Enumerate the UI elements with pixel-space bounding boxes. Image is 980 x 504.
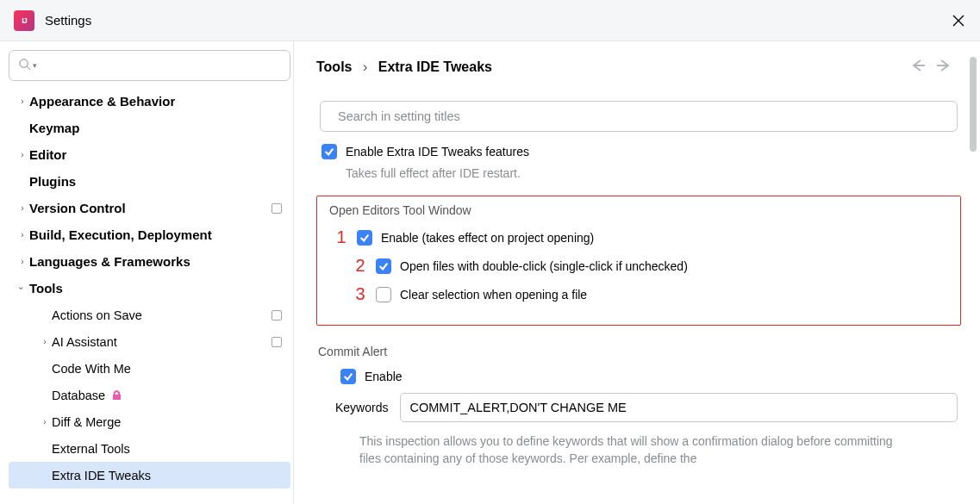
open-editors-enable-label: Enable (takes effect on project opening) — [381, 231, 594, 245]
sidebar-item-external-tools[interactable]: External Tools — [9, 435, 290, 462]
sidebar-item-database[interactable]: Database🔒︎ — [9, 382, 290, 408]
annotation-1: 1 — [329, 227, 353, 247]
keywords-label: Keywords — [335, 401, 388, 414]
sidebar-item-actions-on-save[interactable]: Actions on Save — [9, 302, 290, 328]
window-title: Settings — [45, 13, 91, 28]
project-scope-icon — [272, 203, 282, 214]
sidebar-item-code-with-me[interactable]: Code With Me — [9, 355, 290, 382]
open-editors-clear-selection-label: Clear selection when opening a file — [400, 288, 587, 302]
lock-icon: 🔒︎ — [110, 389, 123, 402]
open-editors-title: Open Editors Tool Window — [329, 203, 948, 217]
sidebar-item-appearance[interactable]: ›Appearance & Behavior — [9, 88, 290, 115]
open-editors-doubleclick-label: Open files with double-click (single-cli… — [400, 259, 688, 273]
breadcrumb-a[interactable]: Tools — [316, 59, 352, 74]
content-search-input[interactable] — [338, 109, 946, 123]
app-icon — [14, 10, 34, 31]
sidebar-search[interactable]: ▾ — [9, 50, 290, 81]
sidebar-item-build[interactable]: ›Build, Execution, Deployment — [9, 221, 290, 248]
sidebar: ▾ ›Appearance & Behavior Keymap ›Editor … — [0, 41, 297, 504]
settings-content: Tools › Extra IDE Tweaks Enable Extra ID… — [297, 41, 980, 504]
breadcrumb: Tools › Extra IDE Tweaks — [316, 59, 492, 75]
enable-features-label: Enable Extra IDE Tweaks features — [346, 145, 529, 159]
open-editors-doubleclick-checkbox[interactable] — [376, 258, 391, 274]
open-editors-panel: Open Editors Tool Window 1 Enable (takes… — [316, 196, 961, 326]
open-editors-enable-checkbox[interactable] — [357, 230, 372, 246]
sidebar-item-editor[interactable]: ›Editor — [9, 141, 290, 168]
project-scope-icon — [272, 310, 282, 320]
keywords-input[interactable] — [400, 393, 958, 422]
search-icon — [18, 58, 31, 73]
breadcrumb-b: Extra IDE Tweaks — [378, 59, 492, 74]
enable-features-checkbox[interactable] — [321, 144, 337, 159]
sidebar-item-plugins[interactable]: Plugins — [9, 168, 290, 195]
sidebar-item-languages[interactable]: ›Languages & Frameworks — [9, 248, 290, 275]
settings-tree: ›Appearance & Behavior Keymap ›Editor Pl… — [9, 88, 290, 488]
sidebar-search-input[interactable] — [42, 59, 281, 72]
svg-point-0 — [20, 59, 28, 67]
enable-features-hint: Takes full effect after IDE restart. — [346, 166, 961, 180]
commit-alert-enable-label: Enable — [365, 370, 403, 383]
close-button[interactable] — [951, 13, 966, 28]
annotation-3: 3 — [348, 284, 372, 304]
content-search[interactable] — [320, 101, 958, 132]
sidebar-item-extra-ide-tweaks[interactable]: Extra IDE Tweaks — [9, 462, 290, 488]
nav-forward-icon[interactable] — [935, 57, 952, 77]
project-scope-icon — [272, 337, 282, 347]
sidebar-item-ai-assistant[interactable]: ›AI Assistant — [9, 328, 290, 355]
commit-alert-description: This inspection allows you to define key… — [359, 432, 901, 468]
breadcrumb-sep: › — [363, 59, 367, 74]
annotation-2: 2 — [348, 256, 372, 276]
sidebar-item-version-control[interactable]: ›Version Control — [9, 195, 290, 221]
sidebar-item-tools[interactable]: ›Tools — [9, 275, 290, 302]
commit-alert-title: Commit Alert — [318, 345, 961, 358]
commit-alert-enable-checkbox[interactable] — [340, 369, 356, 384]
sidebar-item-keymap[interactable]: Keymap — [9, 115, 290, 141]
open-editors-clear-selection-checkbox[interactable] — [376, 287, 391, 302]
scrollbar[interactable] — [970, 57, 977, 152]
search-dropdown-caret[interactable]: ▾ — [33, 61, 37, 70]
nav-back-icon[interactable] — [909, 57, 927, 77]
sidebar-item-diff-merge[interactable]: ›Diff & Merge — [9, 408, 290, 435]
window-titlebar: Settings — [0, 0, 980, 41]
